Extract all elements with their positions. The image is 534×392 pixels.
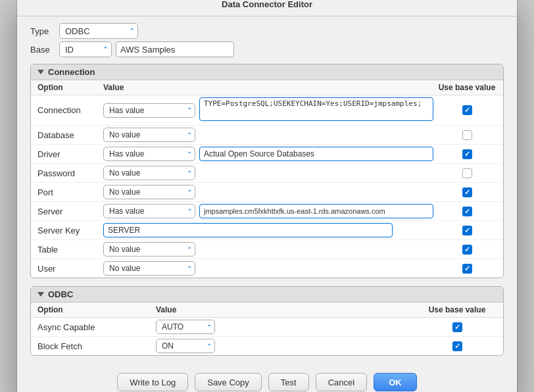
row-label: Password: [37, 168, 103, 178]
connection-section-title: Connection: [48, 67, 95, 77]
port-select[interactable]: No value ⌃: [103, 185, 195, 199]
row-label: Port: [37, 187, 103, 197]
table-row: Server Has value ⌃: [31, 202, 503, 221]
odbc-table-header: Option Value Use base value: [31, 303, 503, 318]
row-label: Database: [37, 130, 103, 140]
chevron-icon: ⌃: [187, 107, 192, 114]
base-id-value: ID: [65, 45, 74, 55]
base-name-input[interactable]: [116, 41, 234, 57]
footer: Write to Log Save Copy Test Cancel OK: [17, 366, 517, 392]
type-select[interactable]: ODBC ⌃: [59, 23, 138, 39]
database-select[interactable]: No value ⌃: [103, 128, 195, 142]
row-label: Server Key: [37, 226, 103, 235]
connection-use-base-checkbox[interactable]: [462, 105, 472, 115]
table-use-base-checkbox[interactable]: [462, 245, 472, 255]
dialog-title: Data Connector Editor: [17, 0, 517, 16]
connection-collapse-icon[interactable]: [37, 70, 44, 74]
table-row: Database No value ⌃: [31, 126, 503, 145]
async-capable-select[interactable]: AUTO ⌃: [156, 320, 215, 334]
server-select[interactable]: Has value ⌃: [103, 204, 195, 218]
cancel-button[interactable]: Cancel: [316, 373, 367, 391]
driver-value-input[interactable]: [199, 147, 433, 161]
row-label: Block Fetch: [37, 341, 156, 351]
col-value: Value: [103, 83, 195, 92]
base-id-select[interactable]: ID ⌃: [59, 41, 112, 57]
type-chevron-icon: ⌃: [129, 27, 135, 36]
row-label: Async Capable: [37, 322, 156, 332]
user-use-base-checkbox[interactable]: [462, 264, 472, 274]
block-fetch-select[interactable]: ON ⌃: [156, 339, 215, 353]
chevron-icon: ⌃: [206, 324, 212, 331]
port-use-base-checkbox[interactable]: [462, 187, 472, 197]
row-label: Connection: [37, 105, 103, 115]
table-row: Connection Has value ⌃ TYPE=PostgreSQL;U…: [31, 95, 503, 126]
base-row: Base ID ⌃: [30, 41, 504, 57]
chevron-icon: ⌃: [187, 132, 192, 139]
connection-table-header: Option Value Use base value: [31, 80, 503, 95]
server-key-use-base-checkbox[interactable]: [462, 226, 472, 235]
server-use-base-checkbox[interactable]: [462, 207, 472, 216]
driver-select[interactable]: Has value ⌃: [103, 147, 195, 161]
odbc-section-header: ODBC: [31, 287, 503, 303]
chevron-icon: ⌃: [187, 265, 192, 272]
chevron-icon: ⌃: [187, 151, 192, 158]
connection-value-input[interactable]: TYPE=PostgreSQL;USEKEYCHAIN=Yes;USERID=j…: [199, 97, 433, 121]
odbc-section: ODBC Option Value Use base value Async C…: [30, 286, 504, 356]
password-select[interactable]: No value ⌃: [103, 166, 195, 180]
odbc-section-title: ODBC: [48, 289, 73, 299]
ok-button[interactable]: OK: [374, 373, 417, 391]
chevron-icon: ⌃: [187, 246, 192, 253]
col-option: Option: [37, 83, 103, 92]
user-select[interactable]: No value ⌃: [103, 261, 195, 276]
row-label: Server: [37, 207, 103, 216]
col-input: [195, 83, 437, 92]
connection-select[interactable]: Has value ⌃: [103, 103, 195, 118]
save-copy-button[interactable]: Save Copy: [195, 373, 262, 391]
base-id-chevron-icon: ⌃: [103, 45, 109, 54]
password-use-base-checkbox[interactable]: [462, 168, 472, 178]
odbc-collapse-icon[interactable]: [37, 292, 44, 297]
driver-use-base-checkbox[interactable]: [462, 149, 472, 159]
chevron-icon: ⌃: [206, 343, 212, 350]
server-value-input[interactable]: [199, 204, 433, 218]
col-use-base: Use base value: [437, 83, 497, 92]
table-row: Server Key: [31, 221, 503, 240]
connection-section: Connection Option Value Use base value C…: [30, 64, 504, 278]
top-fields: Type ODBC ⌃ Base ID ⌃: [30, 23, 504, 57]
table-row: Port No value ⌃: [31, 183, 503, 202]
table-select[interactable]: No value ⌃: [103, 242, 195, 257]
type-row: Type ODBC ⌃: [30, 23, 504, 39]
table-row: Async Capable AUTO ⌃: [31, 318, 503, 337]
dialog-body: Type ODBC ⌃ Base ID ⌃ Connection: [17, 16, 517, 366]
test-button[interactable]: Test: [268, 373, 309, 391]
type-label: Type: [30, 26, 55, 36]
row-label: User: [37, 264, 103, 274]
base-label: Base: [30, 45, 55, 55]
odbc-col-option: Option: [37, 305, 156, 314]
row-label: Table: [37, 245, 103, 255]
odbc-col-value: Value: [156, 305, 418, 314]
odbc-col-use-base: Use base value: [418, 305, 497, 314]
chevron-icon: ⌃: [187, 208, 192, 215]
type-value: ODBC: [65, 26, 90, 36]
server-key-input[interactable]: [103, 223, 393, 237]
write-to-log-button[interactable]: Write to Log: [117, 373, 188, 391]
table-row: User No value ⌃: [31, 259, 503, 278]
chevron-icon: ⌃: [187, 170, 192, 177]
dialog: Data Connector Editor Type ODBC ⌃ Base I…: [17, 0, 517, 392]
table-row: Driver Has value ⌃: [31, 145, 503, 164]
table-row: Password No value ⌃: [31, 164, 503, 183]
connection-section-header: Connection: [31, 64, 503, 80]
row-label: Driver: [37, 149, 103, 159]
block-fetch-use-base-checkbox[interactable]: [452, 341, 462, 351]
async-capable-use-base-checkbox[interactable]: [452, 322, 462, 332]
table-row: Block Fetch ON ⌃: [31, 337, 503, 355]
table-row: Table No value ⌃: [31, 240, 503, 259]
chevron-icon: ⌃: [187, 189, 192, 196]
database-use-base-checkbox[interactable]: [462, 130, 472, 140]
